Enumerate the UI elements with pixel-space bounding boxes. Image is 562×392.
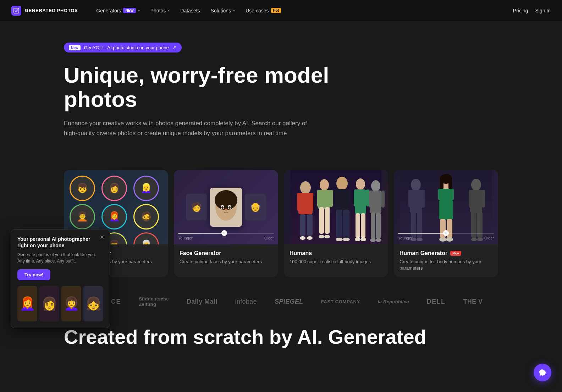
human-slider-label-older: Older [484, 236, 494, 240]
solutions-chevron: ▾ [233, 9, 235, 12]
svg-point-33 [343, 238, 350, 241]
svg-rect-15 [307, 214, 313, 236]
human-gen-new-badge: New [450, 251, 461, 256]
hero-section: New GenYOU—AI photo studio on your phone… [0, 21, 562, 170]
svg-point-8 [225, 209, 227, 211]
logo-spiegel: SPIEGEL [275, 298, 303, 305]
svg-rect-64 [438, 189, 442, 200]
svg-point-51 [411, 179, 421, 191]
logo-fastcompany: FAST COMPANY [321, 299, 360, 304]
svg-rect-37 [366, 189, 369, 206]
svg-rect-31 [343, 210, 349, 238]
photos-chevron: ▾ [168, 9, 170, 12]
svg-rect-54 [421, 190, 425, 208]
hero-banner-arrow-icon: ↗ [172, 45, 177, 50]
face-main [210, 188, 242, 227]
card-humans-title: Humans [290, 250, 382, 256]
chat-button[interactable] [534, 364, 551, 381]
svg-point-34 [356, 178, 365, 190]
card-human-gen-image: ≡ Younger Older [394, 170, 498, 244]
svg-rect-44 [369, 191, 372, 208]
svg-point-42 [371, 180, 380, 192]
logo-infobae: infobae [235, 298, 257, 305]
svg-rect-53 [408, 190, 412, 208]
nav-label-photos: Photos [150, 8, 166, 13]
nav-label-use-cases: Use cases [246, 8, 269, 13]
nav-item-use-cases[interactable]: Use cases Hot [241, 6, 285, 16]
card-human-gen-desc: Create unique full-body humans by your p… [400, 259, 492, 271]
svg-point-48 [370, 238, 376, 242]
svg-point-6 [221, 206, 224, 209]
svg-point-3 [215, 190, 237, 210]
svg-rect-12 [297, 193, 301, 211]
svg-rect-74 [481, 190, 485, 208]
nav-item-datasets[interactable]: Datasets [176, 6, 204, 16]
face-small-right: 👴 [245, 194, 266, 220]
nav-item-photos[interactable]: Photos ▾ [146, 6, 174, 16]
svg-rect-38 [356, 213, 360, 238]
logo-icon [11, 6, 21, 16]
svg-rect-65 [450, 189, 454, 200]
face-circle-9: 👩‍🦳 [133, 232, 159, 244]
card-face-gen-desc: Create unique faces by your parameters [180, 259, 272, 265]
generators-chevron: ▾ [138, 9, 140, 12]
logo-sz: SüddeutscheZeitung [139, 296, 169, 307]
nav-pricing-link[interactable]: Pricing [513, 8, 528, 13]
slider-label-younger: Younger [178, 236, 193, 240]
logo[interactable]: GENERATED PHOTOS [11, 6, 78, 16]
popup-try-now-button[interactable]: Try now! [17, 269, 50, 280]
svg-point-25 [324, 235, 330, 238]
hero-banner[interactable]: New GenYOU—AI photo studio on your phone… [64, 43, 182, 53]
hero-banner-text: GenYOU—AI photo studio on your phone [84, 45, 169, 50]
card-human-gen-title: Human Generator New [400, 250, 492, 256]
svg-rect-23 [325, 207, 330, 234]
nav-item-generators[interactable]: Generators New ▾ [92, 6, 144, 16]
svg-rect-36 [354, 189, 357, 206]
brand-name: GENERATED PHOTOS [25, 8, 78, 13]
card-face-generator[interactable]: 🧑 👴 [174, 170, 278, 277]
bottom-hero-title: Created from scratch by AI. Generated [64, 326, 498, 348]
svg-rect-13 [310, 193, 313, 211]
nav-right: Pricing Sign In [513, 8, 551, 13]
svg-rect-73 [469, 190, 472, 208]
svg-rect-62 [448, 179, 452, 189]
svg-rect-30 [336, 210, 342, 238]
card-face-gen-image: 🧑 👴 [174, 170, 278, 244]
svg-point-10 [300, 181, 311, 194]
logo-dailymail: Daily Mail [187, 298, 217, 305]
face-circle-5: 👩‍🦰 [101, 204, 127, 230]
personal-ai-popup: ✕ Your personal AI photographer right on… [11, 229, 110, 328]
logo-dell: DELL [427, 298, 446, 305]
human-age-slider-track[interactable]: ≡ [398, 233, 494, 234]
svg-rect-46 [371, 212, 375, 239]
svg-rect-66 [439, 200, 453, 220]
popup-close-button[interactable]: ✕ [98, 234, 105, 241]
svg-point-7 [228, 206, 231, 209]
svg-rect-61 [440, 179, 443, 189]
card-human-gen-info: Human Generator New Create unique full-b… [394, 244, 498, 277]
face-circle-2: 👩 [101, 176, 127, 201]
svg-point-49 [376, 238, 381, 242]
face-small-left: 🧑 [186, 194, 207, 220]
logo-thev: THE V [463, 298, 483, 305]
card-human-generator[interactable]: ≡ Younger Older Human Generator New Crea… [394, 170, 498, 277]
svg-rect-20 [317, 190, 320, 207]
svg-rect-22 [319, 207, 324, 234]
navbar: GENERATED PHOTOS Generators New ▾ Photos… [0, 0, 562, 21]
card-humans-desc: 100,000 super realistic full-body images [290, 259, 382, 265]
svg-point-26 [336, 177, 348, 190]
age-slider-track[interactable] [178, 233, 274, 234]
face-circle-6: 🧔 [133, 204, 159, 230]
svg-point-18 [320, 179, 329, 191]
nav-label-solutions: Solutions [211, 8, 231, 13]
card-humans[interactable]: 🧑 [284, 170, 388, 277]
svg-rect-28 [334, 189, 338, 208]
svg-rect-47 [376, 212, 381, 239]
nav-signin-link[interactable]: Sign In [535, 8, 551, 13]
card-humans-info: Humans 100,000 super realistic full-body… [284, 244, 388, 271]
nav-item-solutions[interactable]: Solutions ▾ [206, 6, 239, 16]
svg-rect-39 [361, 213, 365, 238]
hero-subtitle: Enhance your creative works with photos … [64, 118, 319, 138]
svg-point-71 [471, 179, 481, 191]
nav-label-generators: Generators [96, 8, 121, 13]
